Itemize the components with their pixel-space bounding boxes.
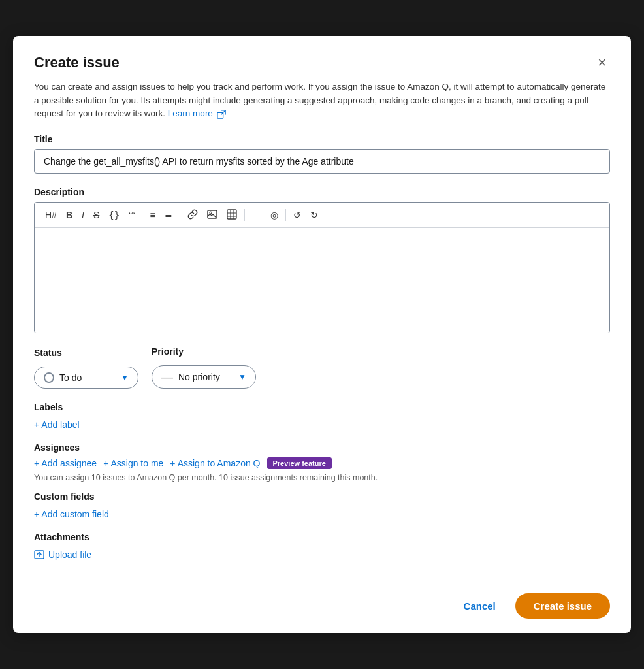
status-label: Status <box>34 348 138 358</box>
strikethrough-button[interactable]: S <box>89 208 103 222</box>
cancel-button[interactable]: Cancel <box>455 595 505 617</box>
priority-label: Priority <box>152 346 256 357</box>
custom-fields-label: Custom fields <box>34 491 610 502</box>
title-label: Title <box>34 134 610 144</box>
priority-field-group: Priority — No priority ▼ <box>152 346 256 389</box>
description-body[interactable] <box>35 228 609 333</box>
status-dropdown[interactable]: To do ▼ <box>34 367 138 389</box>
image-button[interactable] <box>203 206 221 223</box>
description-section: Description H# B I S {} ““ ≡ ≣ <box>34 187 610 333</box>
assignee-note: You can assign 10 issues to Amazon Q per… <box>34 473 610 482</box>
toolbar-sep-3 <box>244 209 245 221</box>
preview-button[interactable]: ◎ <box>266 208 282 222</box>
image-icon <box>207 209 217 220</box>
redo-button[interactable]: ↻ <box>306 208 322 222</box>
table-button[interactable] <box>223 206 241 223</box>
priority-dropdown[interactable]: — No priority ▼ <box>152 365 256 389</box>
upload-icon <box>34 549 44 560</box>
title-input[interactable] <box>34 149 610 174</box>
upload-file-label: Upload file <box>48 549 91 560</box>
status-circle-icon <box>44 372 54 383</box>
modal-header: Create issue × <box>34 54 610 71</box>
priority-dash-icon: — <box>161 371 173 383</box>
description-label: Description <box>34 187 610 197</box>
close-button[interactable]: × <box>594 54 610 71</box>
svg-rect-4 <box>227 210 236 219</box>
bold-button[interactable]: B <box>62 208 76 222</box>
status-priority-row: Status To do ▼ Priority — No priority ▼ <box>34 346 610 389</box>
status-chevron-icon: ▼ <box>121 373 129 382</box>
quote-button[interactable]: ““ <box>125 208 138 222</box>
description-editor: H# B I S {} ““ ≡ ≣ <box>34 202 610 333</box>
custom-fields-section: Custom fields + Add custom field <box>34 491 610 520</box>
heading-button[interactable]: H# <box>41 208 61 222</box>
toolbar-sep-4 <box>285 209 286 221</box>
link-icon <box>187 209 198 220</box>
priority-chevron-icon: ▼ <box>238 372 246 382</box>
priority-value: No priority <box>178 372 220 382</box>
assign-me-button[interactable]: + Assign to me <box>103 458 163 468</box>
italic-button[interactable]: I <box>78 208 88 222</box>
assignees-row: + Add assignee + Assign to me + Assign t… <box>34 457 610 469</box>
add-label-button[interactable]: + Add label <box>34 419 80 430</box>
learn-more-link[interactable]: Learn more <box>168 108 226 118</box>
code-button[interactable]: {} <box>105 208 123 222</box>
assignees-label: Assignees <box>34 442 610 453</box>
toolbar-sep-1 <box>142 209 142 221</box>
description-toolbar: H# B I S {} ““ ≡ ≣ <box>35 203 609 228</box>
external-link-icon <box>217 110 226 119</box>
labels-label: Labels <box>34 402 610 412</box>
create-issue-button[interactable]: Create issue <box>515 593 610 619</box>
table-icon <box>227 209 237 220</box>
modal-title: Create issue <box>34 54 120 71</box>
upload-file-button[interactable]: Upload file <box>34 549 91 560</box>
intro-text: You can create and assign issues to help… <box>34 80 610 122</box>
status-value: To do <box>59 372 82 383</box>
modal-footer: Cancel Create issue <box>34 581 610 633</box>
bullet-list-button[interactable]: ≡ <box>146 208 159 222</box>
add-assignee-button[interactable]: + Add assignee <box>34 458 97 468</box>
labels-section: Labels + Add label <box>34 402 610 431</box>
add-custom-field-button[interactable]: + Add custom field <box>34 509 109 519</box>
svg-point-3 <box>210 212 212 214</box>
assign-amazon-button[interactable]: + Assign to Amazon Q <box>170 458 260 468</box>
assignees-section: Assignees + Add assignee + Assign to me … <box>34 442 610 482</box>
numbered-list-button[interactable]: ≣ <box>161 208 176 222</box>
toolbar-sep-2 <box>180 209 180 221</box>
link-button[interactable] <box>184 206 202 223</box>
status-field-group: Status To do ▼ <box>34 348 138 389</box>
create-issue-modal: Create issue × You can create and assign… <box>13 36 631 634</box>
preview-feature-badge: Preview feature <box>267 457 332 469</box>
undo-button[interactable]: ↺ <box>289 208 305 222</box>
attachments-label: Attachments <box>34 532 610 542</box>
hr-button[interactable]: — <box>248 208 265 222</box>
attachments-section: Attachments Upload file <box>34 532 610 563</box>
